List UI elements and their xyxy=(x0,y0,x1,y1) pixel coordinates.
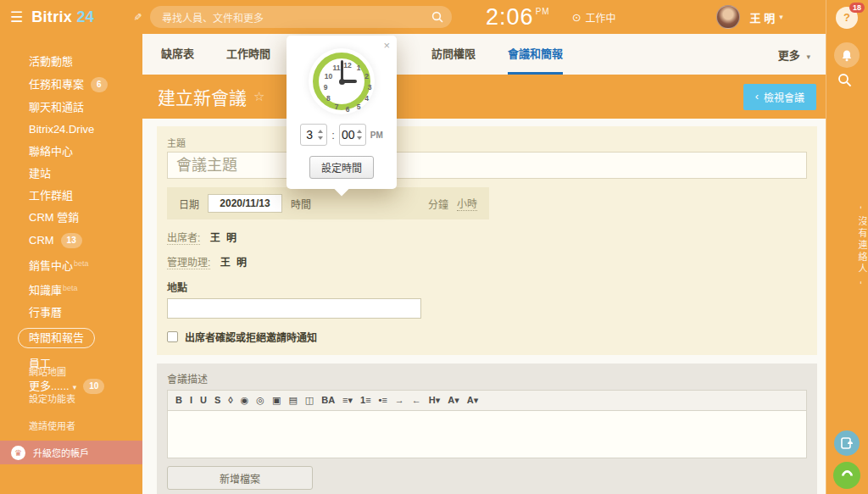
hour-up-icon[interactable] xyxy=(318,130,323,133)
tab-meetings-briefings[interactable]: 會議和簡報 xyxy=(508,34,563,75)
main-area: 缺席表 工作時間 訪問權限 會議和簡報 更多 ▾ 建立新會議 ☆ ‹檢視會議 主… xyxy=(142,34,826,494)
clock-number: 1 xyxy=(353,64,364,72)
attendees-value[interactable]: 王 明 xyxy=(210,232,238,244)
pencil-icon[interactable]: ✎ xyxy=(131,13,143,21)
user-name[interactable]: 王 明 xyxy=(750,9,776,25)
sidebar-item[interactable]: 行事曆 xyxy=(0,302,142,324)
sidebar-item[interactable]: 聯絡中心 xyxy=(0,141,142,163)
status-dot-icon: ⊙ xyxy=(572,11,581,24)
sidebar-item-label: 建站 xyxy=(29,167,51,180)
toolbar-format-icon[interactable]: A▾ xyxy=(448,396,459,405)
sidebar-item-label: Bitrix24.Drive xyxy=(29,123,94,136)
set-time-button[interactable]: 設定時間 xyxy=(309,156,374,179)
sidebar-secondary-item[interactable]: 邀請使用者 xyxy=(29,419,75,432)
toolbar-format-icon[interactable]: BA xyxy=(321,396,335,405)
sidebar-item[interactable]: 活動動態 xyxy=(0,51,142,73)
notify-label: 出席者確認或拒絕邀請時通知 xyxy=(185,330,317,344)
toolbar-format-icon[interactable]: •≡ xyxy=(379,396,387,405)
notify-checkbox[interactable] xyxy=(167,331,178,342)
hour-down-icon[interactable] xyxy=(318,136,323,140)
more-label: 更多 xyxy=(778,49,800,62)
user-avatar[interactable] xyxy=(716,5,740,29)
help-button[interactable]: ? 18 xyxy=(836,7,858,29)
sidebar-item-badge: 10 xyxy=(83,379,104,394)
clock-number: 4 xyxy=(362,94,372,103)
sidebar-item[interactable]: CRM 營銷 xyxy=(0,207,142,229)
work-status[interactable]: ⊙ 工作中 xyxy=(572,10,616,25)
notifications-button[interactable] xyxy=(834,42,860,68)
add-file-button[interactable]: 新增檔案 xyxy=(167,466,313,490)
hour-value[interactable]: 3 xyxy=(301,128,318,142)
hour-stepper[interactable]: 3 xyxy=(300,124,327,146)
toolbar-format-icon[interactable]: 1≡ xyxy=(360,396,371,405)
tab-work-time[interactable]: 工作時間 xyxy=(226,34,270,75)
toolbar-format-icon[interactable]: ◊ xyxy=(228,396,232,405)
right-rail: ? 18 - 沒有連絡人 - xyxy=(826,0,868,494)
toolbar-format-icon[interactable]: A▾ xyxy=(467,396,478,405)
minute-down-icon[interactable] xyxy=(357,136,362,140)
global-search-input[interactable]: 尋找人員、文件和更多 xyxy=(150,6,452,28)
assistant-row: 管理助理: 王 明 xyxy=(167,254,807,269)
assistant-label[interactable]: 管理助理: xyxy=(167,257,210,269)
sidebar-item-badge: 6 xyxy=(91,77,108,92)
bell-icon xyxy=(841,49,853,62)
popup-close-icon[interactable]: × xyxy=(383,40,390,51)
sidebar-item[interactable]: 知識庫beta xyxy=(0,277,142,302)
call-button[interactable] xyxy=(833,462,860,489)
no-contacts-note: - 沒有連絡人 - xyxy=(826,191,868,302)
sidebar-item[interactable]: 時間和報告 xyxy=(0,324,142,352)
minute-stepper[interactable]: 00 xyxy=(339,124,366,146)
user-menu-caret-icon[interactable]: ▾ xyxy=(779,13,783,21)
desktop-app-button[interactable] xyxy=(834,430,860,456)
sidebar-item[interactable]: 任務和專案6 xyxy=(0,73,142,97)
time-label: 時間 xyxy=(291,197,311,211)
favorite-star-icon[interactable]: ☆ xyxy=(253,89,264,104)
sidebar-secondary-item[interactable]: 網站地圖 xyxy=(29,364,75,378)
toolbar-format-icon[interactable]: ▤ xyxy=(288,396,297,405)
hamburger-menu-icon[interactable]: ☰ xyxy=(10,8,23,26)
clock-number: 6 xyxy=(342,105,353,114)
sidebar-item[interactable]: 建站 xyxy=(0,163,142,185)
assistant-value[interactable]: 王 明 xyxy=(220,257,248,269)
search-icon[interactable] xyxy=(431,11,443,23)
sidebar-item[interactable]: Bitrix24.Drive xyxy=(0,119,142,141)
toolbar-format-icon[interactable]: ← xyxy=(412,396,421,405)
toolbar-format-icon[interactable]: H▾ xyxy=(429,396,440,405)
sidebar-item[interactable]: CRM13 xyxy=(0,229,142,253)
toolbar-format-icon[interactable]: ◫ xyxy=(305,396,314,405)
view-meeting-button[interactable]: ‹檢視會議 xyxy=(743,84,816,110)
attendees-label[interactable]: 出席者: xyxy=(167,232,200,245)
minute-value[interactable]: 00 xyxy=(340,128,357,142)
sidebar-secondary-item[interactable]: 設定功能表 xyxy=(29,391,75,405)
toolbar-format-icon[interactable]: ≡▾ xyxy=(342,396,353,405)
tab-access-permissions[interactable]: 訪問權限 xyxy=(431,34,476,75)
toolbar-format-icon[interactable]: ▣ xyxy=(272,396,281,405)
sidebar-item[interactable]: 聊天和通話 xyxy=(0,97,142,119)
subject-input[interactable] xyxy=(167,152,807,179)
toolbar-format-icon[interactable]: B xyxy=(175,396,182,405)
brand-logo[interactable]: Bitrix 24 xyxy=(31,8,94,26)
minute-up-icon[interactable] xyxy=(357,130,362,133)
toolbar-format-icon[interactable]: I xyxy=(190,396,192,405)
date-input[interactable] xyxy=(208,194,282,213)
tabs-more-button[interactable]: 更多 ▾ xyxy=(778,47,810,63)
clock-face[interactable]: 121234567891011 xyxy=(313,53,370,110)
hours-unit-link[interactable]: 小時 xyxy=(457,196,477,211)
toolbar-format-icon[interactable]: U xyxy=(200,396,207,405)
sidebar-menu: 活動動態 任務和專案6 聊天和通話 Bitrix24.Drive 聯絡中心 建站… xyxy=(0,34,142,398)
toolbar-format-icon[interactable]: → xyxy=(395,396,404,405)
work-clock[interactable]: 2:06 PM xyxy=(486,4,550,31)
description-textarea[interactable] xyxy=(167,411,807,458)
sidebar-item[interactable]: 工作群組 xyxy=(0,185,142,207)
sidebar-item[interactable]: 銷售中心beta xyxy=(0,253,142,277)
meridiem-label[interactable]: PM xyxy=(370,130,383,140)
tab-absence-chart[interactable]: 缺席表 xyxy=(161,34,194,75)
rail-search-button[interactable] xyxy=(837,73,852,91)
phone-icon xyxy=(839,468,854,483)
toolbar-format-icon[interactable]: ◎ xyxy=(256,396,264,405)
location-input[interactable] xyxy=(167,298,421,319)
toolbar-format-icon[interactable]: S xyxy=(214,396,220,405)
upgrade-account-button[interactable]: ♛ 升級您的帳戶 xyxy=(0,441,142,464)
subject-label: 主題 xyxy=(167,136,807,149)
toolbar-format-icon[interactable]: ◉ xyxy=(241,396,249,405)
